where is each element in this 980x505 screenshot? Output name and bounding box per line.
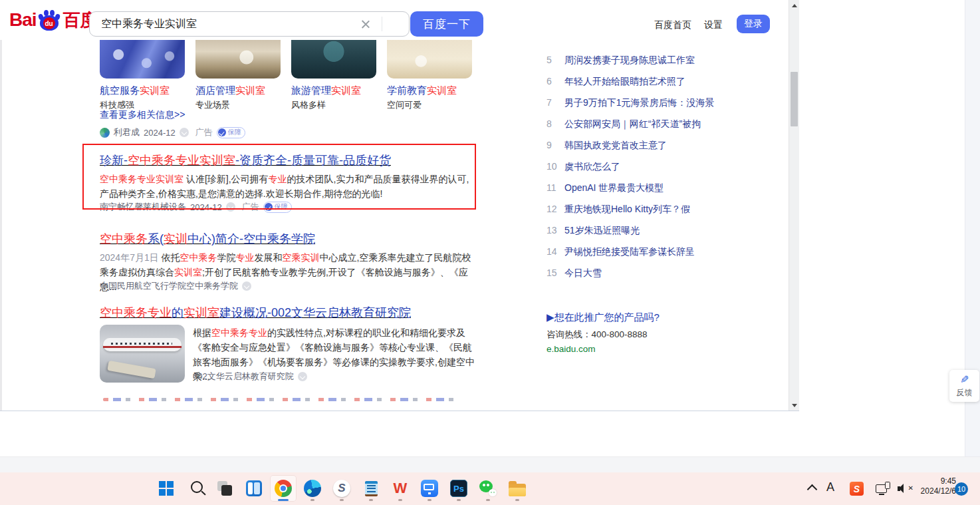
hot-item-8[interactable]: 8公安部网安局｜网红“祁天道”被拘 [547, 118, 733, 132]
content-bottom-border [0, 411, 799, 411]
running-app-indicator [340, 499, 344, 501]
active-app-indicator [278, 499, 289, 501]
taskbar-search-button[interactable] [182, 475, 209, 502]
card-title: 酒店管理 [195, 84, 235, 96]
promo-title-link[interactable]: ▶想在此推广您的产品吗? [547, 311, 660, 324]
running-app-indicator [515, 499, 519, 501]
edge-button[interactable] [299, 475, 326, 502]
ime-indicator-icon[interactable]: A [826, 480, 834, 494]
chevron-down-icon[interactable] [180, 128, 189, 137]
hot-item-11[interactable]: 11OpenAI 世界最贵大模型 [547, 182, 733, 196]
chevron-down-icon[interactable] [242, 281, 251, 291]
input-divider [382, 17, 382, 31]
search-query-value: 空中乘务专业实训室 [101, 12, 197, 36]
hot-item-14[interactable]: 14尹锡悦拒绝接受陆军参谋长辞呈 [547, 246, 733, 259]
scroll-down-arrow[interactable] [789, 401, 800, 410]
ad-result-title[interactable]: 珍新-空中乘务专业实训室-资质齐全-质量可靠-品质好货 [100, 153, 391, 168]
baidu-search-page: Bai du 百度 空中乘务专业实训室 百度一下 百度首页 设置 登录 航空服务… [0, 0, 980, 505]
hot-item-15[interactable]: 15今日大雪 [547, 267, 733, 281]
hot-item-10[interactable]: 10虞书欣怎么了 [547, 161, 733, 174]
ad-label: 广告 [242, 201, 259, 213]
notepad-icon [365, 481, 378, 496]
chrome-button[interactable] [270, 475, 297, 502]
source-date: 2024-12 [190, 202, 222, 212]
card-title: 学前教育 [387, 84, 427, 96]
scroll-up-arrow[interactable] [789, 1, 800, 11]
see-more-link[interactable]: 查看更多相关信息>> [100, 109, 185, 121]
evacuation-slide-shape [107, 361, 156, 379]
chevron-down-icon[interactable] [298, 372, 307, 381]
logo-text-bai: Bai [9, 9, 37, 31]
hot-item-9[interactable]: 9韩国执政党党首改主意了 [547, 140, 733, 153]
feedback-button[interactable]: 反馈 [949, 370, 979, 402]
hotel-room-thumbnail[interactable] [195, 40, 281, 79]
taskbar-clock[interactable]: 9:45 2024/12/6 [915, 476, 956, 496]
snap-layout-button[interactable] [241, 475, 267, 502]
scrollbar[interactable] [789, 0, 799, 411]
result-thumbnail-cabin[interactable] [100, 325, 185, 383]
running-app-indicator [428, 499, 431, 501]
windows-logo-icon [159, 481, 174, 496]
search-input[interactable]: 空中乘务专业实训室 [89, 11, 410, 37]
wps-icon: W [394, 481, 408, 496]
wechat-button[interactable] [475, 475, 501, 502]
sogou-browser-button[interactable]: S [328, 475, 355, 502]
card-subtitle: 空间可爱 [387, 99, 472, 111]
volume-muted-icon[interactable]: ✕ [898, 483, 914, 494]
guarantee-badge[interactable]: 保障 [263, 202, 292, 213]
file-explorer-button[interactable] [504, 475, 531, 502]
wps-button[interactable]: W [387, 475, 414, 502]
image-card-tourism[interactable]: 旅游管理实训室 风格多样 [291, 40, 376, 111]
nav-baidu-home[interactable]: 百度首页 [654, 19, 691, 31]
display-device-icon[interactable] [876, 483, 890, 494]
task-view-button[interactable] [211, 475, 238, 502]
image-card-hotel[interactable]: 酒店管理实训室 专业场景 [195, 40, 281, 111]
sogou-ime-tray-icon[interactable]: S [850, 482, 864, 496]
running-app-indicator [398, 499, 402, 501]
result-source-line: 002文华云启林教育研究院 [193, 371, 307, 382]
running-app-indicator [310, 499, 314, 501]
image-card-aviation[interactable]: 航空服务实训室 科技感强 [100, 40, 185, 111]
edge-icon [304, 480, 321, 497]
result-source-line: 中国民用航空飞行学院空中乘务学院 [100, 281, 251, 291]
hot-item-7[interactable]: 7男子9万拍下1元海景房后悔：没海景 [547, 97, 733, 110]
photoshop-button[interactable]: Ps [445, 475, 472, 502]
result-title[interactable]: 空中乘务专业的实训室建设概况-002文华云启林教育研究院 [100, 305, 411, 320]
pencil-icon [960, 373, 969, 386]
promo-url-link[interactable]: e.baidu.com [547, 343, 660, 355]
nav-settings[interactable]: 设置 [704, 19, 723, 31]
search-button[interactable]: 百度一下 [410, 11, 483, 37]
pc-manager-button[interactable] [416, 475, 443, 502]
source-name: 002文华云启林教育研究院 [193, 371, 294, 383]
notification-count-badge[interactable]: 10 [955, 482, 968, 496]
running-app-indicator [457, 499, 461, 501]
tourism-room-thumbnail[interactable] [291, 40, 376, 79]
hot-item-13[interactable]: 1351岁朱迅近照曝光 [547, 225, 733, 238]
check-icon [218, 128, 226, 136]
baidu-logo[interactable]: Bai du 百度 [9, 8, 98, 32]
result-title[interactable]: 空中乘务系(实训中心)简介-空中乘务学院 [100, 232, 315, 246]
cutoff-result-title [103, 398, 455, 401]
clear-search-icon[interactable] [360, 19, 370, 29]
preschool-room-thumbnail[interactable] [387, 40, 472, 79]
hot-item-6[interactable]: 6年轻人开始给眼睛拍艺术照了 [547, 76, 733, 89]
window-layout-icon [246, 480, 262, 496]
search-header: Bai du 百度 空中乘务专业实训室 百度一下 百度首页 设置 登录 [0, 0, 789, 40]
login-button[interactable]: 登录 [737, 15, 770, 33]
notepad-button[interactable] [358, 475, 384, 502]
aviation-room-thumbnail[interactable] [100, 40, 185, 79]
source-name: 利君成 [114, 126, 140, 138]
running-app-indicator [486, 499, 490, 501]
scrollbar-thumb[interactable] [791, 72, 798, 126]
hot-item-12[interactable]: 12重庆地铁现Hello Kitty列车？假 [547, 204, 733, 217]
sogou-icon: S [333, 480, 350, 497]
wechat-icon [479, 480, 497, 496]
start-button[interactable] [153, 475, 180, 502]
hot-search-list: 5周润发携妻子现身陈思诚工作室 6年轻人开始给眼睛拍艺术照了 7男子9万拍下1元… [547, 55, 733, 289]
image-card-preschool[interactable]: 学前教育实训室 空间可爱 [387, 40, 472, 111]
bottom-grey-strip [0, 456, 980, 472]
hot-item-5[interactable]: 5周润发携妻子现身陈思诚工作室 [547, 55, 733, 68]
chevron-down-icon[interactable] [226, 202, 235, 212]
guarantee-badge[interactable]: 保障 [217, 127, 245, 138]
card-title: 旅游管理 [291, 84, 331, 96]
